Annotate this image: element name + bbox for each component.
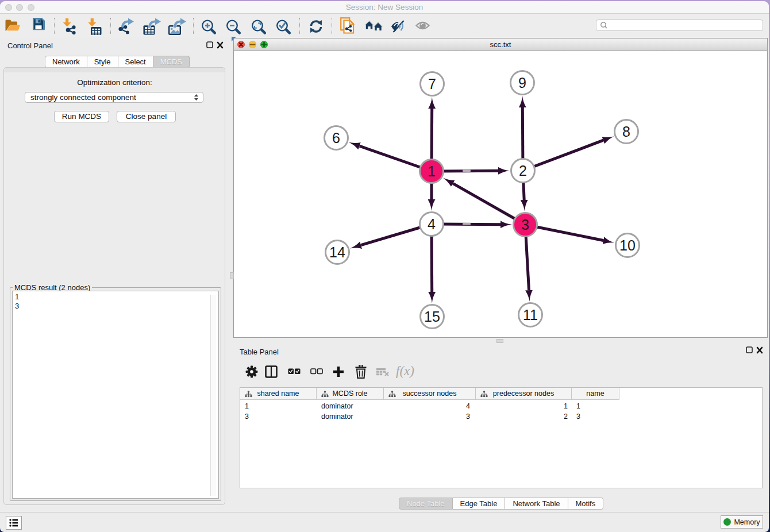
svg-text:6: 6 xyxy=(332,130,340,146)
svg-text:3: 3 xyxy=(521,217,529,233)
svg-text:9: 9 xyxy=(518,75,526,91)
svg-text:2: 2 xyxy=(519,163,527,179)
svg-text:8: 8 xyxy=(622,124,630,140)
svg-text:14: 14 xyxy=(329,244,345,260)
svg-text:15: 15 xyxy=(424,309,440,325)
svg-text:10: 10 xyxy=(619,237,636,253)
svg-text:7: 7 xyxy=(428,76,436,92)
svg-text:4: 4 xyxy=(428,216,436,232)
svg-text:1: 1 xyxy=(428,163,436,179)
svg-text:11: 11 xyxy=(523,307,538,323)
